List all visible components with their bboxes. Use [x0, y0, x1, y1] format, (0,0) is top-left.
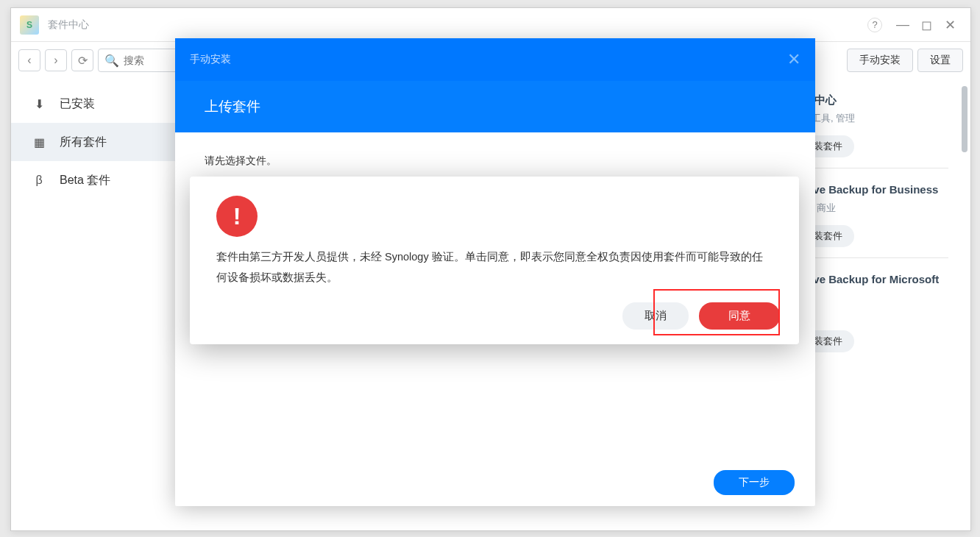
- package-category: 实用工具, 管理: [792, 112, 948, 125]
- package-title: Active Backup for Microsoft 365: [792, 271, 948, 302]
- grid-icon: ▦: [32, 135, 46, 149]
- refresh-button[interactable]: ⟳: [71, 49, 93, 71]
- wizard-prompt: 请先选择文件。: [205, 154, 786, 168]
- beta-icon: β: [32, 174, 46, 187]
- minimize-button[interactable]: —: [891, 13, 915, 37]
- sidebar-item-label: Beta 套件: [60, 173, 110, 188]
- manual-install-button[interactable]: 手动安装: [847, 49, 913, 72]
- maximize-button[interactable]: ◻: [915, 13, 938, 37]
- search-icon: 🔍: [104, 54, 119, 68]
- scrollbar-thumb[interactable]: [962, 86, 967, 152]
- next-button[interactable]: 下一步: [714, 470, 795, 495]
- warning-icon: !: [216, 196, 258, 237]
- confirm-dialog: ! 套件由第三方开发人员提供，未经 Synology 验证。单击同意，即表示您同…: [190, 177, 799, 344]
- confirm-message: 套件由第三方开发人员提供，未经 Synology 验证。单击同意，即表示您同意全…: [216, 247, 773, 288]
- wizard-footer: 下一步: [175, 459, 815, 506]
- wizard-heading: 上传套件: [175, 81, 815, 132]
- sidebar-item-label: 所有套件: [60, 135, 107, 150]
- help-button[interactable]: ?: [867, 18, 882, 32]
- close-button[interactable]: ✕: [938, 13, 962, 37]
- sidebar-item-label: 已安装: [60, 96, 95, 112]
- scrollbar[interactable]: [962, 86, 967, 233]
- forward-button[interactable]: ›: [45, 49, 67, 71]
- settings-button[interactable]: 设置: [917, 49, 963, 72]
- package-category: 备份, 商业: [792, 202, 948, 215]
- wizard-header: 手动安装 ✕: [175, 38, 815, 81]
- window-title: 套件中心: [48, 18, 867, 32]
- back-button[interactable]: ‹: [18, 49, 40, 71]
- agree-button[interactable]: 同意: [699, 302, 780, 330]
- download-icon: ⬇: [32, 97, 46, 111]
- app-icon: S: [20, 15, 39, 35]
- confirm-actions: 取消 同意: [622, 302, 780, 330]
- titlebar: S 套件中心 ? — ◻ ✕: [11, 8, 970, 42]
- package-category: 备份: [792, 307, 948, 320]
- cancel-button[interactable]: 取消: [622, 302, 689, 330]
- wizard-close-icon[interactable]: ✕: [787, 50, 800, 69]
- package-title: 日志中心: [792, 92, 948, 107]
- package-title: Active Backup for Business: [792, 182, 948, 197]
- wizard-breadcrumb: 手动安装: [190, 53, 231, 66]
